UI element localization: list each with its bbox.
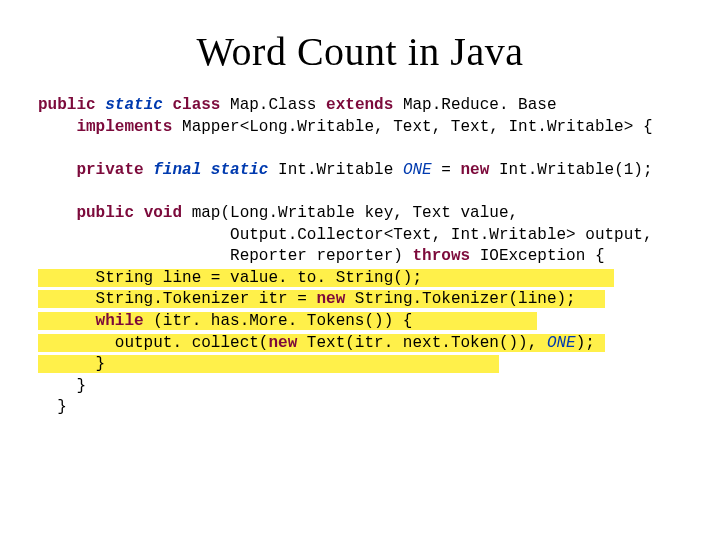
slide: Word Count in Java public static class M… xyxy=(0,0,720,540)
kw-new-2: new xyxy=(316,290,345,308)
hl-line-1: String line = value. to. String(); xyxy=(38,269,614,287)
kw-new-1: new xyxy=(461,161,490,179)
hl-line-4: output. collect(new Text(itr. next.Token… xyxy=(38,334,605,352)
kw-void: void xyxy=(144,204,182,222)
kw-final: final xyxy=(153,161,201,179)
hl-line-3: while (itr. has.More. Tokens()) { xyxy=(38,312,537,330)
kw-throws: throws xyxy=(412,247,470,265)
const-one-1: ONE xyxy=(403,161,432,179)
hl-line-2: String.Tokenizer itr = new String.Tokeni… xyxy=(38,290,605,308)
kw-private: private xyxy=(76,161,143,179)
kw-new-3: new xyxy=(268,334,297,352)
kw-while: while xyxy=(96,312,144,330)
kw-public-2: public xyxy=(76,204,134,222)
code-block: public static class Map.Class extends Ma… xyxy=(0,95,720,419)
kw-extends: extends xyxy=(326,96,393,114)
kw-implements: implements xyxy=(76,118,172,136)
hl-line-5: } xyxy=(38,355,499,373)
kw-class: class xyxy=(172,96,220,114)
slide-title: Word Count in Java xyxy=(0,0,720,95)
kw-public-1: public xyxy=(38,96,96,114)
kw-static-2: static xyxy=(211,161,269,179)
kw-static-1: static xyxy=(105,96,163,114)
const-one-2: ONE xyxy=(547,334,576,352)
